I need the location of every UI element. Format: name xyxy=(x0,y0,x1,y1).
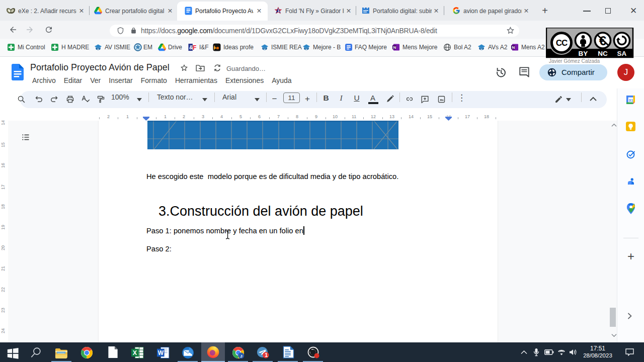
svg-text:N: N xyxy=(512,45,515,50)
svg-text:X: X xyxy=(133,349,137,356)
svg-text:F: F xyxy=(193,44,196,51)
svg-text:Javier Gómez Calzada: Javier Gómez Calzada xyxy=(549,58,600,64)
svg-text:J: J xyxy=(240,354,242,358)
svg-text:W: W xyxy=(158,349,164,356)
svg-text:SA: SA xyxy=(617,50,627,57)
svg-text:N: N xyxy=(393,45,396,50)
svg-text:NC: NC xyxy=(598,50,608,57)
svg-text:31: 31 xyxy=(629,98,633,103)
svg-text:BY: BY xyxy=(579,50,588,57)
svg-text:CC: CC xyxy=(556,38,568,48)
svg-text:1: 1 xyxy=(265,352,268,358)
